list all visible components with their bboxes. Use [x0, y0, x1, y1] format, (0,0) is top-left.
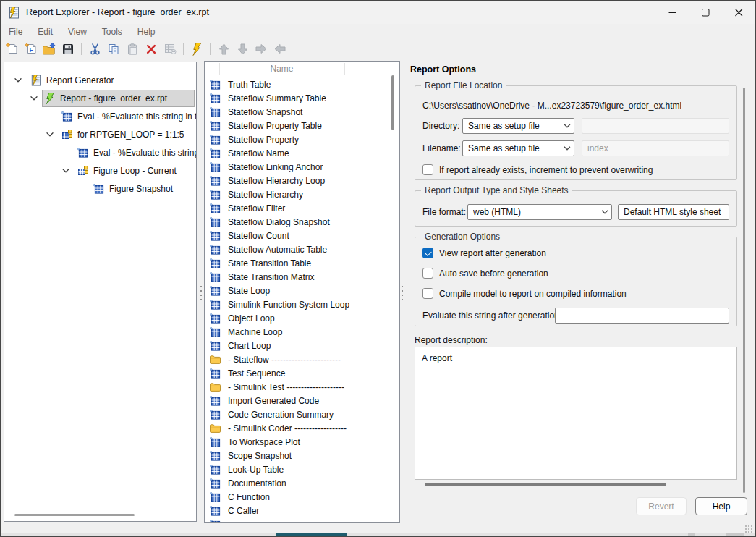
chevron-down-icon[interactable]	[62, 169, 69, 173]
menu-tools[interactable]: Tools	[102, 27, 122, 37]
list-item[interactable]: Stateflow Hierarchy Loop	[205, 174, 399, 187]
list-item[interactable]: Scope Snapshot	[205, 449, 399, 462]
save-report-button[interactable]	[61, 41, 75, 56]
palette-vertical-scrollbar[interactable]	[391, 75, 394, 130]
evaluate-string-input[interactable]	[555, 308, 729, 324]
list-item[interactable]: Simulink Function System Loop	[205, 297, 399, 311]
list-item[interactable]: Stateflow Linking Anchor	[205, 160, 399, 174]
list-item[interactable]: Stateflow Automatic Table	[205, 242, 399, 256]
list-item-label: Test Sequence	[228, 368, 285, 379]
name-column-header[interactable]: Name	[219, 62, 344, 77]
delete-button[interactable]	[144, 41, 158, 56]
menu-view[interactable]: View	[68, 27, 87, 37]
list-item[interactable]: Stateflow Hierarchy	[205, 187, 399, 201]
chevron-down-icon[interactable]	[14, 78, 22, 83]
copy-button[interactable]	[106, 41, 121, 56]
list-item[interactable]: Stateflow Property Table	[205, 119, 399, 132]
tree-expander[interactable]	[58, 169, 74, 173]
maximize-button[interactable]	[689, 1, 722, 24]
tree-item[interactable]: Eval - %Evaluate this string in the	[4, 143, 196, 161]
compile-model-checkbox[interactable]	[422, 288, 433, 299]
tree-item[interactable]: Eval - %Evaluate this string in the bas	[4, 107, 196, 125]
style-sheet-combo[interactable]: Default HTML style sheet	[618, 204, 729, 220]
help-button[interactable]: Help	[695, 497, 747, 515]
list-item[interactable]: Test Sequence	[205, 366, 399, 380]
minimize-button[interactable]	[655, 1, 689, 24]
list-item[interactable]: C Caller	[205, 504, 399, 517]
menu-help[interactable]: Help	[137, 27, 156, 37]
options-horizontal-scrollbar[interactable]	[425, 483, 666, 486]
increment-checkbox[interactable]	[422, 164, 433, 175]
move-down-button[interactable]	[235, 41, 250, 56]
tree-item-content[interactable]: Report Generator	[26, 72, 120, 89]
list-item[interactable]: - Simulink Coder ------------------	[205, 421, 399, 435]
tree-item[interactable]: Figure Loop - Current	[4, 161, 196, 179]
tree-item[interactable]: Report - figure_order_ex.rpt	[4, 89, 196, 107]
directory-combo[interactable]: Same as setup file	[462, 118, 574, 134]
close-button[interactable]	[722, 1, 755, 24]
tree-item[interactable]: for RPTGEN_LOOP = 1:1:5	[4, 125, 196, 143]
list-item[interactable]	[205, 517, 399, 523]
tree-item-content[interactable]: Eval - %Evaluate this string in the bas	[58, 109, 196, 124]
auto-save-checkbox[interactable]	[422, 268, 433, 279]
list-item[interactable]: Object Loop	[205, 311, 399, 325]
tree-expander[interactable]	[26, 96, 42, 101]
tree-expander[interactable]	[42, 132, 58, 137]
move-up-button[interactable]	[216, 41, 231, 56]
tree-item-content[interactable]: for RPTGEN_LOOP = 1:1:5	[58, 127, 191, 143]
tree-item-content[interactable]: Figure Loop - Current	[74, 163, 183, 179]
tree-item[interactable]: Report Generator	[4, 71, 196, 89]
list-item[interactable]: Documentation	[205, 476, 399, 490]
move-right-button[interactable]	[254, 41, 268, 56]
report-options-panel: Report Options Report File Location C:\U…	[403, 59, 755, 535]
list-item[interactable]: - Stateflow ------------------------	[205, 352, 399, 366]
list-item[interactable]: Look-Up Table	[205, 462, 399, 476]
menu-file[interactable]: File	[9, 27, 22, 37]
paste-button[interactable]	[125, 41, 140, 56]
list-item[interactable]: Truth Table	[205, 77, 399, 91]
list-item[interactable]: Stateflow Filter	[205, 201, 399, 215]
tree-item-content[interactable]: Report - figure_order_ex.rpt	[42, 90, 195, 107]
list-item[interactable]: Stateflow Snapshot	[205, 105, 399, 119]
list-item-label: Documentation	[228, 478, 286, 489]
tree-item[interactable]: Figure Snapshot	[4, 179, 196, 198]
tree-horizontal-scrollbar[interactable]	[14, 514, 135, 516]
menu-edit[interactable]: Edit	[38, 27, 53, 37]
list-item[interactable]: Stateflow Property	[205, 132, 399, 146]
options-vertical-scrollbar[interactable]	[743, 88, 745, 493]
new-form-button[interactable]: F	[23, 41, 38, 56]
left-splitter-handle[interactable]	[200, 284, 203, 303]
list-item[interactable]: State Transition Table	[205, 256, 399, 270]
list-item[interactable]: Import Generated Code	[205, 394, 399, 407]
window-resize-grip[interactable]	[744, 525, 753, 533]
chevron-down-icon[interactable]	[30, 96, 38, 101]
open-report-button[interactable]	[42, 41, 56, 56]
copy-icon	[108, 43, 120, 55]
list-item[interactable]: State Transition Matrix	[205, 270, 399, 284]
revert-button[interactable]: Revert	[636, 497, 687, 515]
cut-button[interactable]	[88, 41, 102, 56]
list-item[interactable]: - Simulink Test --------------------	[205, 380, 399, 394]
list-item[interactable]: Stateflow Summary Table	[205, 91, 399, 105]
list-item[interactable]: Stateflow Dialog Snapshot	[205, 215, 399, 229]
list-item[interactable]: Machine Loop	[205, 325, 399, 339]
list-item[interactable]: State Loop	[205, 284, 399, 297]
report-description-input[interactable]: A report	[415, 347, 737, 480]
chevron-down-icon[interactable]	[46, 132, 54, 137]
new-report-button[interactable]	[4, 41, 19, 56]
list-item[interactable]: Stateflow Name	[205, 146, 399, 160]
file-format-combo[interactable]: web (HTML)	[467, 204, 612, 220]
tree-expander[interactable]	[10, 78, 26, 83]
tree-item-content[interactable]: Eval - %Evaluate this string in the	[74, 145, 196, 161]
table-options-button[interactable]	[163, 41, 177, 56]
tree-item-content[interactable]: Figure Snapshot	[90, 181, 179, 197]
list-item[interactable]: To Workspace Plot	[205, 435, 399, 449]
view-report-checkbox[interactable]	[422, 248, 433, 258]
filename-combo[interactable]: Same as setup file	[462, 140, 574, 156]
move-left-button[interactable]	[273, 41, 287, 56]
list-item[interactable]: Chart Loop	[205, 339, 399, 352]
list-item[interactable]: Stateflow Count	[205, 229, 399, 242]
generate-report-button[interactable]	[190, 41, 204, 56]
list-item[interactable]: Code Generation Summary	[205, 407, 399, 421]
list-item[interactable]: C Function	[205, 490, 399, 504]
